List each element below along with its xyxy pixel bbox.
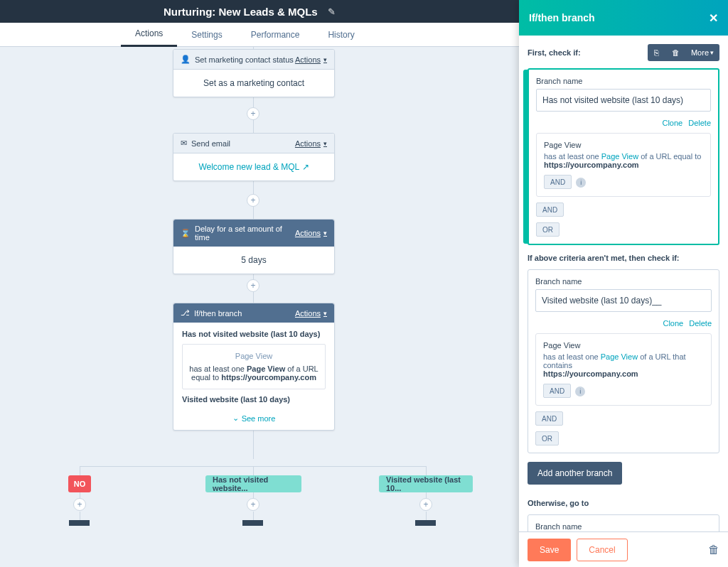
and-chip[interactable]: AND [535, 411, 563, 426]
branch-name-label: Branch name [536, 77, 711, 85]
edit-icon[interactable]: ✎ [328, 6, 336, 17]
save-button[interactable]: Save [528, 539, 571, 561]
node-title: Delay for a set amount of time [195, 225, 295, 242]
end-marker [415, 520, 437, 533]
connector-line [80, 466, 427, 467]
tab-settings[interactable]: Settings [177, 23, 236, 47]
connector-line [426, 512, 427, 520]
external-icon: ↗ [302, 162, 309, 172]
mail-icon: ✉ [181, 139, 187, 148]
more-dropdown[interactable]: More [685, 44, 719, 61]
condition-url: https://yourcompany.com [543, 369, 638, 378]
user-icon: 👤 [181, 55, 191, 64]
trash-button[interactable]: 🗑 [666, 44, 685, 61]
tab-performance[interactable]: Performance [237, 23, 314, 47]
workflow-title: Nurturing: New Leads & MQLs [164, 6, 318, 18]
otherwise-card: Branch name [528, 514, 719, 531]
tab-actions[interactable]: Actions [121, 23, 177, 47]
node-title: If/then branch [194, 309, 242, 318]
branch-2-name: Visited website (last 10 days) [182, 395, 326, 404]
node-title: Set marketing contact status [195, 55, 294, 64]
clone-link[interactable]: Clone [662, 119, 682, 127]
workflow-canvas: 👤Set marketing contact statusActions Set… [0, 47, 519, 567]
connector-line [253, 512, 254, 520]
branch-pill-2[interactable]: Visited website (last 10... [379, 475, 473, 492]
branch-icon: ⎇ [181, 308, 190, 318]
trash-icon[interactable]: 🗑 [708, 544, 719, 556]
email-link[interactable]: Welcome new lead & MQL [198, 162, 299, 172]
condition-title: Page View [188, 352, 319, 360]
connector-line [80, 512, 80, 520]
condition-box[interactable]: Page View has at least one Page View of … [535, 333, 712, 406]
add-step-button[interactable]: + [247, 498, 259, 511]
hourglass-icon: ⌛ [181, 229, 191, 238]
or-chip[interactable]: OR [535, 431, 559, 446]
page-view-link[interactable]: Page View [601, 152, 638, 161]
end-marker [69, 520, 90, 533]
actions-dropdown[interactable]: Actions [295, 139, 327, 148]
condition-title: Page View [544, 141, 703, 149]
or-chip[interactable]: OR [536, 222, 560, 237]
info-icon[interactable]: i [576, 178, 586, 188]
page-view-link[interactable]: Page View [601, 352, 638, 361]
actions-dropdown[interactable]: Actions [295, 309, 327, 318]
tab-history[interactable]: History [314, 23, 368, 47]
clone-link[interactable]: Clone [663, 319, 683, 328]
info-icon[interactable]: i [575, 387, 585, 396]
node-send-email[interactable]: ✉Send emailActions Welcome new lead & MQ… [173, 133, 335, 181]
add-step-button[interactable]: + [247, 279, 259, 292]
branch-pill-1[interactable]: Has not visited website... [205, 475, 301, 492]
panel-footer: Save Cancel 🗑 [519, 531, 728, 567]
branch-name-input[interactable] [536, 89, 711, 112]
condition-box: Page View has at least one Page View of … [182, 344, 326, 389]
and-chip[interactable]: AND [536, 202, 564, 217]
add-branch-button[interactable]: Add another branch [528, 462, 622, 485]
delete-link[interactable]: Delete [688, 119, 711, 127]
end-marker [242, 520, 264, 533]
branch-card-1: Branch name CloneDelete Page View has at… [528, 68, 719, 245]
branch-1-name: Has not visited website (last 10 days) [182, 330, 326, 338]
toolbar-buttons: ⎘ 🗑 More [648, 44, 719, 61]
otherwise-label: Otherwise, go to [528, 499, 719, 507]
add-step-button[interactable]: + [419, 498, 432, 511]
see-more-link[interactable]: ⌄See more [182, 414, 326, 423]
add-step-button[interactable]: + [247, 107, 259, 120]
side-panel: If/then branch ✕ First, check if: ⎘ 🗑 Mo… [519, 0, 728, 567]
node-set-contact-status[interactable]: 👤Set marketing contact statusActions Set… [173, 49, 335, 97]
and-chip[interactable]: AND [544, 175, 572, 189]
node-body: 5 days [173, 247, 334, 274]
node-body: Set as a marketing contact [173, 70, 334, 97]
condition-title: Page View [543, 341, 704, 350]
delete-link[interactable]: Delete [689, 319, 712, 328]
condition-box[interactable]: Page View has at least one Page View of … [536, 133, 711, 197]
branch-pill-no[interactable]: NO [68, 475, 91, 492]
node-if-then[interactable]: ⎇If/then branchActions Has not visited w… [173, 303, 335, 431]
node-delay[interactable]: ⌛Delay for a set amount of timeActions 5… [173, 219, 335, 274]
close-icon[interactable]: ✕ [709, 11, 718, 25]
branch-name-label: Branch name [535, 277, 712, 286]
branch-name-label: Branch name [535, 522, 712, 531]
add-step-button[interactable]: + [73, 498, 86, 511]
branch-card-2: Branch name CloneDelete Page View has at… [528, 269, 719, 453]
panel-header: If/then branch ✕ [519, 0, 728, 36]
node-title: Send email [191, 139, 230, 148]
cancel-button[interactable]: Cancel [577, 539, 627, 561]
drag-handle[interactable] [523, 70, 529, 244]
panel-title: If/then branch [529, 12, 595, 23]
second-check-label: If above criteria aren't met, then check… [528, 254, 719, 262]
condition-url: https://yourcompany.com [544, 161, 639, 169]
duplicate-button[interactable]: ⎘ [648, 44, 666, 61]
add-step-button[interactable]: + [247, 194, 259, 207]
actions-dropdown[interactable]: Actions [295, 55, 327, 64]
first-check-label: First, check if: [528, 48, 581, 57]
branch-name-input[interactable] [535, 289, 712, 312]
actions-dropdown[interactable]: Actions [295, 229, 327, 237]
and-chip[interactable]: AND [543, 384, 571, 398]
